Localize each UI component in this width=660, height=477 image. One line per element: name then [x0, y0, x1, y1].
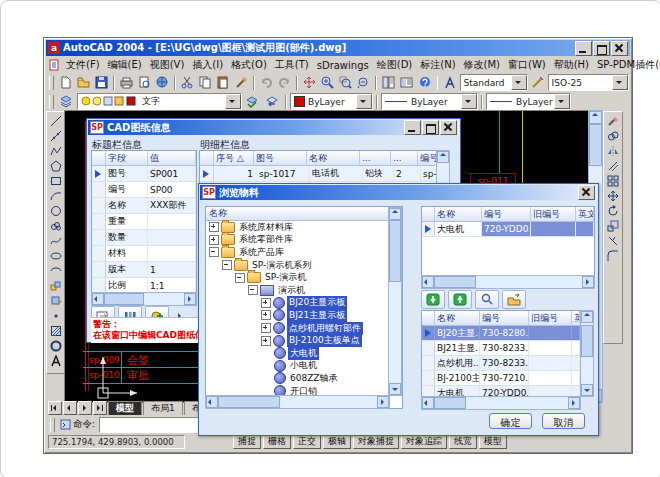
prev-tab-icon[interactable]: [63, 401, 77, 415]
last-tab-icon[interactable]: [93, 401, 107, 415]
circle-icon[interactable]: [48, 203, 64, 218]
column-header[interactable]: 图号: [254, 151, 307, 165]
column-header[interactable]: 编号: [482, 207, 531, 221]
layer-manager-icon[interactable]: [57, 93, 76, 111]
toggle-snap[interactable]: 捕捉: [233, 434, 261, 449]
command-grip[interactable]: [50, 418, 55, 432]
undo-icon[interactable]: [258, 74, 275, 92]
insert-block-icon[interactable]: [48, 278, 64, 293]
column-header[interactable]: 名称: [307, 151, 360, 165]
plot-icon[interactable]: [118, 74, 135, 92]
tree-item[interactable]: 点纱机用螺钉部件: [206, 322, 402, 335]
tree-item[interactable]: 系统原材料库: [206, 221, 402, 234]
line-icon[interactable]: [48, 113, 64, 128]
column-header[interactable]: 值: [148, 151, 196, 165]
tab-layout1[interactable]: 布局1: [143, 401, 183, 415]
revision-cloud-icon[interactable]: [48, 218, 64, 233]
hatch-icon[interactable]: [48, 323, 64, 338]
pan-icon[interactable]: [301, 74, 318, 92]
menu-help[interactable]: 帮助(H): [550, 57, 593, 73]
tree-item[interactable]: SP-演示机系列: [206, 259, 402, 272]
color-combo[interactable]: ByLayer: [290, 93, 373, 110]
fillet-icon[interactable]: [605, 248, 621, 263]
table-row[interactable]: 数量: [92, 230, 196, 246]
tree-item[interactable]: SP-演示机: [206, 271, 402, 284]
mtext-icon[interactable]: [48, 353, 64, 368]
table-row[interactable]: BJ20主显... 730-8280...: [422, 326, 580, 341]
tree-item[interactable]: 608ZZ轴承: [206, 372, 402, 385]
toggle-osnap[interactable]: 对象捕捉: [353, 434, 399, 449]
linetype-combo[interactable]: ByLayer: [381, 93, 478, 110]
table-row[interactable]: 重量: [92, 214, 196, 230]
tree-item[interactable]: 演示机: [206, 284, 402, 297]
table-row[interactable]: 图号 SP001: [92, 166, 196, 182]
cut-icon[interactable]: [179, 74, 196, 92]
table-row[interactable]: 大电机 720-YDD0...: [422, 222, 594, 237]
ellipse-arc-icon[interactable]: [48, 263, 64, 278]
column-header[interactable]: 英文名称: [572, 311, 580, 325]
column-header[interactable]: 编号: [480, 311, 529, 325]
open-material-icon[interactable]: [502, 290, 526, 309]
tree-vscrollbar[interactable]: [388, 207, 402, 396]
save-icon[interactable]: [93, 74, 110, 92]
maximize-button[interactable]: [593, 41, 610, 56]
tree-item[interactable]: BJ21主显示板: [206, 309, 402, 322]
polygon-icon[interactable]: [48, 158, 64, 173]
next-tab-icon[interactable]: [78, 401, 92, 415]
table-row[interactable]: 材料: [92, 246, 196, 262]
top-table-hscrollbar[interactable]: [421, 275, 595, 289]
properties-icon[interactable]: [380, 74, 397, 92]
menu-tools[interactable]: 工具(T): [271, 57, 313, 73]
table-row[interactable]: BJ21主显... 730-8233...: [422, 341, 580, 356]
table-row[interactable]: 编号 SP00: [92, 182, 196, 198]
minimize-button[interactable]: [575, 41, 592, 56]
table-row[interactable]: 版本 1: [92, 262, 196, 278]
close-button[interactable]: [611, 41, 628, 56]
tree-item[interactable]: 系统零部件库: [206, 234, 402, 247]
toggle-otrack[interactable]: 对象追踪: [401, 434, 447, 449]
table-row[interactable]: 名称 XXX部件: [92, 198, 196, 214]
cancel-button[interactable]: 取消: [542, 413, 585, 429]
trim-icon[interactable]: [605, 233, 621, 248]
toggle-ortho[interactable]: 正交: [293, 434, 321, 449]
open-file-icon[interactable]: [75, 74, 92, 92]
table-row[interactable]: BJ-2100主... 730-7210...: [422, 371, 580, 386]
zoom-window-icon[interactable]: [337, 74, 354, 92]
plot-preview-icon[interactable]: [136, 74, 153, 92]
browse-dialog-close-button[interactable]: [578, 185, 595, 200]
column-header[interactable]: 旧编号: [529, 311, 572, 325]
zoom-realtime-icon[interactable]: [319, 74, 336, 92]
layer-previous-icon[interactable]: [263, 93, 282, 111]
remove-up-icon[interactable]: [448, 290, 472, 309]
search-icon[interactable]: [475, 290, 499, 309]
tab-model[interactable]: 模型: [108, 401, 142, 415]
arc-icon[interactable]: [48, 188, 64, 203]
move-icon[interactable]: [605, 188, 621, 203]
tree-header[interactable]: 名称: [206, 207, 402, 221]
paste-icon[interactable]: [215, 74, 232, 92]
dialog-maximize-button[interactable]: [422, 120, 439, 135]
tree-hscrollbar[interactable]: [205, 395, 390, 409]
column-header[interactable]: 序号 △: [214, 151, 254, 165]
tree-item[interactable]: 大电机: [206, 347, 402, 360]
bottom-table-vscrollbar[interactable]: [580, 310, 594, 397]
column-header[interactable]: 旧编号: [531, 207, 576, 221]
redo-icon[interactable]: [276, 74, 293, 92]
tree-item[interactable]: BJ-2100主板单点: [206, 334, 402, 347]
point-icon[interactable]: [48, 308, 64, 323]
publish-icon[interactable]: [154, 74, 171, 92]
scale-icon[interactable]: [605, 218, 621, 233]
rectangle-icon[interactable]: [48, 173, 64, 188]
designcenter-icon[interactable]: [398, 74, 415, 92]
table-row[interactable]: 1 sp-1017 电话机 铝块 2 sp-017: [200, 166, 449, 182]
add-down-icon[interactable]: [421, 290, 445, 309]
erase-icon[interactable]: [605, 113, 621, 128]
menu-draw[interactable]: 绘图(D): [373, 57, 417, 73]
menu-insert[interactable]: 插入(I): [188, 57, 227, 73]
toggle-model[interactable]: 模型: [479, 434, 507, 449]
menu-edit[interactable]: 编辑(E): [104, 57, 146, 73]
make-layer-current-icon[interactable]: [243, 93, 262, 111]
bottom-table-hscrollbar[interactable]: [421, 396, 581, 410]
tree-item[interactable]: 小电机: [206, 360, 402, 373]
new-file-icon[interactable]: [57, 74, 74, 92]
